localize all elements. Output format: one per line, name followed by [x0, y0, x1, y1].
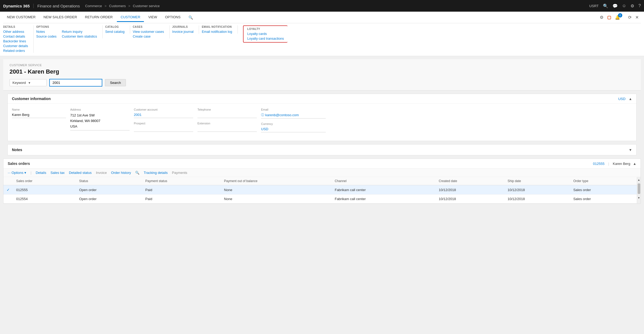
address-line1: 712 1st Ave SW [70, 113, 95, 117]
ribbon-related-orders[interactable]: Related orders [3, 49, 28, 53]
col-created-date[interactable]: Created date [435, 177, 504, 185]
ribbon-backorder-lines[interactable]: Backorder lines [3, 39, 28, 43]
col-sales-order[interactable]: Sales order [13, 177, 76, 185]
account-value[interactable]: 2001 [134, 113, 193, 118]
name-field: Name Karen Berg [12, 108, 70, 137]
notes-chevron-icon: ▼ [629, 148, 632, 152]
ribbon-loyalty-cards[interactable]: Loyalty cards [247, 32, 284, 36]
ribbon-loyalty-card-transactions[interactable]: Loyalty card transactions [247, 37, 284, 40]
address-line2: Kirkland, WA 98007 [70, 119, 100, 123]
ribbon-other-address[interactable]: Other address [3, 30, 28, 34]
col-payment-status[interactable]: Payment status [142, 177, 221, 185]
ribbon-customer-details[interactable]: Customer details [3, 44, 28, 48]
scroll-down-icon[interactable]: ▼ [637, 195, 641, 200]
orders-scroll-area: Sales order Status Payment status Paymen… [3, 177, 641, 204]
currency-value[interactable]: USD [261, 127, 326, 132]
tab-customer[interactable]: CUSTOMER [117, 13, 144, 22]
toolbar-order-history[interactable]: Order history [111, 171, 131, 175]
orders-table-body: ✓ 012555 Open order Paid None Fabrikam c… [3, 185, 637, 204]
scroll-up-icon[interactable]: ▲ [637, 177, 641, 182]
table-row[interactable]: ✓ 012555 Open order Paid None Fabrikam c… [3, 185, 637, 195]
name-value: Karen Berg [12, 113, 66, 118]
chat-icon[interactable]: 💬 [612, 3, 618, 8]
scroll-thumb[interactable] [638, 183, 640, 194]
ribbon-invoice-journal[interactable]: Invoice journal [172, 30, 194, 34]
table-row[interactable]: 012554 Open order Paid None Fabrikam cal… [3, 195, 637, 204]
toolbar-tracking-details[interactable]: Tracking details [144, 171, 168, 175]
currency-link[interactable]: USD [618, 97, 625, 101]
ribbon-customer-item-stats[interactable]: Customer item statistics [62, 35, 97, 38]
toolbar-detailed-status[interactable]: Detailed status [69, 171, 92, 175]
ribbon-create-case[interactable]: Create case [133, 35, 164, 38]
keyword-dropdown[interactable]: Keyword ▼ [10, 79, 47, 86]
ribbon-settings-icon[interactable]: ⚙ [600, 15, 603, 20]
options-toolbar-btn[interactable]: ··· Options ▾ [8, 171, 26, 175]
ribbon-email-notification-log[interactable]: Email notification log [202, 30, 232, 34]
tab-options[interactable]: OPTIONS [161, 13, 184, 22]
row2-channel: Fabrikam call center [332, 195, 435, 204]
gear-icon[interactable]: ⚙ [630, 3, 634, 8]
ribbon-send-catalog[interactable]: Send catalog [105, 30, 125, 34]
customer-info-header[interactable]: Customer information USD ▲ [8, 94, 636, 104]
email-field: Email ⓘ karenb@contoso.com Currency USD [261, 108, 330, 137]
ribbon-notes[interactable]: Notes [36, 30, 56, 34]
tab-new-customer[interactable]: New customer [3, 13, 39, 22]
row2-created-date: 10/12/2018 [435, 195, 504, 204]
breadcrumb: Commerce > Customers > Customer service [85, 4, 589, 8]
ribbon-group-email-notification: EMAIL NOTIFICATION Email notification lo… [202, 25, 238, 34]
ribbon-group-journals: JOURNALS Invoice journal [172, 25, 199, 34]
email-value[interactable]: ⓘ karenb@contoso.com [261, 113, 326, 119]
email-notification-group-title: EMAIL NOTIFICATION [202, 25, 232, 28]
search-button[interactable]: Search [105, 79, 126, 86]
details-group-title: DETAILS [3, 25, 28, 28]
main-content-area: CUSTOMER SERVICE 2001 - Karen Berg Keywo… [0, 56, 644, 334]
ribbon-view-customer-cases[interactable]: View customer cases [133, 30, 164, 34]
row1-payment-status: Paid [142, 185, 221, 195]
address-label: Address [70, 108, 130, 111]
sales-chevron-icon: ▲ [633, 162, 636, 166]
row1-sales-order[interactable]: 012555 [13, 185, 76, 195]
ribbon-source-codes[interactable]: Source codes [36, 35, 56, 38]
col-channel[interactable]: Channel [332, 177, 435, 185]
cases-group-title: CASES [133, 25, 164, 28]
col-ship-date[interactable]: Ship date [504, 177, 570, 185]
tab-return-order[interactable]: Return order [81, 13, 117, 22]
row1-status: Open order [76, 185, 142, 195]
notes-header[interactable]: Notes ▼ [8, 145, 636, 155]
table-header-row: Sales order Status Payment status Paymen… [3, 177, 637, 185]
ribbon-return-inquiry[interactable]: Return inquiry [62, 30, 97, 34]
ribbon-bell-icon[interactable]: 🔔 0 [615, 15, 624, 20]
breadcrumb-customer-service[interactable]: Customer service [133, 4, 160, 8]
breadcrumb-sep1: > [104, 4, 107, 8]
breadcrumb-customers[interactable]: Customers [109, 4, 126, 8]
brand-dynamics365[interactable]: Dynamics 365 [3, 4, 34, 8]
col-payment-balance[interactable]: Payment out of balance [221, 177, 332, 185]
ribbon-refresh-icon[interactable]: ⟳ [628, 15, 632, 20]
right-scrollbar[interactable]: ▲ ▼ [637, 177, 641, 204]
search-icon[interactable]: 🔍 [603, 3, 608, 8]
toolbar-sales-tax[interactable]: Sales tax [50, 171, 64, 175]
row2-sales-order[interactable]: 012554 [13, 195, 76, 204]
customer-info-chevron-icon: ▲ [629, 97, 632, 101]
row1-channel: Fabrikam call center [332, 185, 435, 195]
name-label: Name [12, 108, 66, 111]
notes-title: Notes [12, 148, 22, 152]
col-status[interactable]: Status [76, 177, 142, 185]
user-circle-icon[interactable]: ☺ [622, 3, 626, 8]
search-input[interactable] [49, 79, 102, 87]
ribbon-office-icon[interactable]: ▢ [607, 15, 611, 20]
tab-new-sales-order[interactable]: New sales order [40, 13, 81, 22]
sales-order-link[interactable]: 012555 [593, 162, 605, 166]
breadcrumb-commerce[interactable]: Commerce [85, 4, 102, 8]
ribbon-contact-details[interactable]: Contact details [3, 35, 28, 38]
tab-view[interactable]: VIEW [144, 13, 161, 22]
sales-header-right: 012555 | Karen Berg ▲ [593, 162, 636, 166]
ribbon-close-icon[interactable]: ✕ [635, 15, 639, 20]
toolbar-details[interactable]: Details [36, 171, 46, 175]
ribbon-search-icon[interactable]: 🔍 [185, 13, 197, 22]
journals-items: Invoice journal [172, 30, 194, 34]
journals-group-title: JOURNALS [172, 25, 194, 28]
help-icon[interactable]: ? [638, 3, 641, 8]
col-order-type[interactable]: Order type [570, 177, 637, 185]
toolbar-payments: Payments [172, 171, 187, 175]
